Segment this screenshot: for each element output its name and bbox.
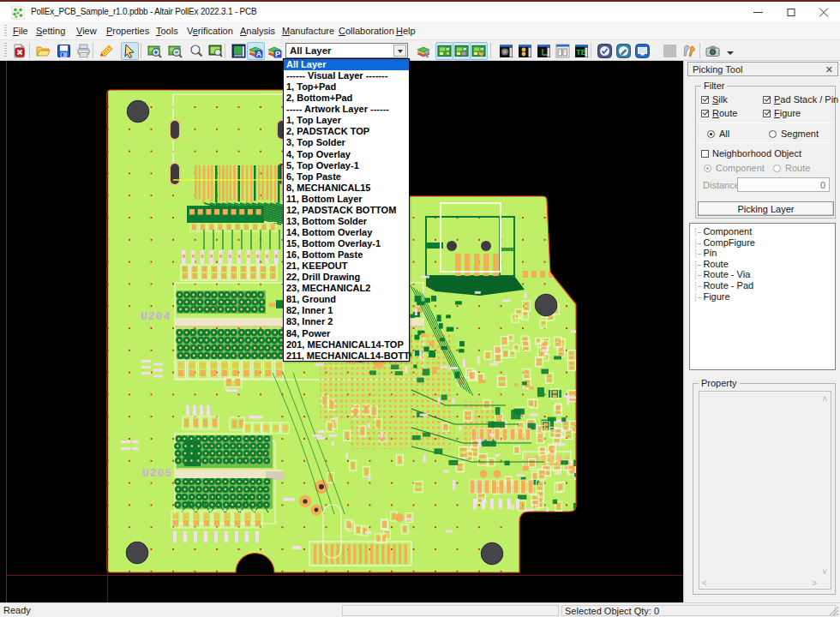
svg-text:U204: U204 xyxy=(141,310,171,323)
svg-text:U205: U205 xyxy=(142,467,172,480)
svg-text:TE: TE xyxy=(576,48,586,57)
svg-text:A: A xyxy=(256,50,262,58)
svg-text:P: P xyxy=(275,50,280,58)
